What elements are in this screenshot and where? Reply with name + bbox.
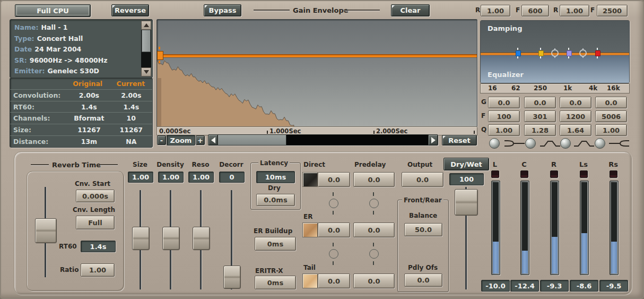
latency-value-field[interactable]: 10ms [256,171,295,183]
eq-freq-3[interactable]: 1200 [560,110,591,122]
eq-band3-led-button[interactable] [560,138,571,149]
decorr-value[interactable]: 0 [219,172,245,183]
eq-gain-1[interactable]: 0.0 [488,97,520,108]
eq-band-marker-6[interactable] [595,48,599,58]
eq-freq-1[interactable]: 100 [488,110,520,122]
gain-envelope-line[interactable] [157,54,477,57]
row-original: 2.00s [68,91,110,99]
meter-rs-clip-indicator[interactable] [610,170,617,178]
row-label: Distance: [10,138,68,146]
eq-gain-2[interactable]: 0.0 [524,97,556,108]
env-r2-field[interactable]: 1.00 [560,5,589,16]
er-tail-knob[interactable] [329,243,337,265]
eq-band4-led-button[interactable] [595,138,605,149]
wave-scroll-left-button[interactable] [208,134,218,146]
reset-label: Reset [448,136,471,144]
er-waveform-icon[interactable] [302,223,318,237]
pdly-ofs-field[interactable]: 0.0 [404,274,442,287]
dry-wet-value[interactable]: 100 [449,173,484,185]
reso-value[interactable]: 1.00 [188,172,214,183]
info-sr-label: SR: [14,56,27,64]
info-scrollbar[interactable] [141,21,151,76]
output-field[interactable]: 0.0 [402,172,443,187]
wave-scrollbar-thumb[interactable] [218,135,286,145]
eq-band-marker-3-bypassed[interactable] [551,49,559,57]
meter-c-clip-indicator[interactable] [520,170,528,178]
size-slider-handle[interactable] [132,227,150,250]
eq-freq-2[interactable]: 301 [524,110,556,122]
eq-band-marker-1[interactable] [516,48,520,58]
direct-er-knob[interactable] [329,192,337,215]
eq-gain-4[interactable]: 0.0 [595,97,627,108]
eq-freq-4[interactable]: 5006 [595,110,627,122]
meter-rs [610,181,619,275]
rt60-field[interactable]: 1.4s [81,241,116,252]
env-f1-field[interactable]: 600 [521,5,549,16]
predelay-knob-1[interactable] [369,192,378,215]
wave-scrollbar-track[interactable] [217,134,429,146]
gain-envelope-dash-left [254,10,290,11]
latency-dry-field[interactable]: 0.0ms [256,194,295,206]
wave-scroll-right-button[interactable] [428,134,438,146]
er-predelay-field[interactable]: 0.0 [353,223,395,237]
ratio-field[interactable]: 1.00 [81,263,115,277]
meter-r-clip-indicator[interactable] [550,170,558,178]
table-row: Channels: Bformat 10 [10,112,152,124]
reverb-time-slider-handle[interactable] [35,218,57,243]
eq-band-marker-2[interactable] [538,48,543,58]
info-row: Type: Concert Hall [14,33,137,43]
gain-envelope-handle[interactable] [157,51,163,60]
reset-button[interactable]: Reset [442,135,477,146]
bypass-button[interactable]: Bypass [204,4,241,16]
size-value[interactable]: 1.00 [128,172,153,183]
eq-q-4[interactable]: 1.00 [595,124,627,136]
zoom-in-button[interactable]: + [196,135,205,145]
zoom-label-badge: Zoom [167,135,195,146]
clear-button[interactable]: Clear [391,4,430,16]
bypass-label: Bypass [209,6,237,14]
eq-q-3[interactable]: 1.64 [560,124,591,136]
reverse-button[interactable]: Reverse [111,4,149,16]
tail-predelay-field[interactable]: 0.0 [353,274,395,288]
env-r1-field[interactable]: 1.00 [481,5,510,16]
zoom-label: Zoom [170,136,192,144]
cnv-start-field[interactable]: 0.000s [76,190,115,202]
density-value[interactable]: 1.00 [158,172,184,183]
reso-label: Reso [185,161,216,168]
tail-gain-field[interactable]: 0.0 [318,274,350,288]
direct-gain-field[interactable]: 0.0 [318,172,350,187]
eq-band2-led-button[interactable] [525,138,536,149]
eq-band1-led-button[interactable] [489,138,500,149]
scroll-down-button[interactable] [141,67,151,76]
waveform-display[interactable] [156,19,477,127]
row-original: Bformat [68,114,110,122]
eq-q-2[interactable]: 1.28 [524,124,556,136]
decorr-slider-handle[interactable] [223,266,241,289]
eq-q-1[interactable]: 1.00 [488,124,520,136]
direct-predelay-field[interactable]: 0.0 [353,172,395,187]
dry-wet-slider-handle[interactable] [455,189,478,216]
eq-band-marker-5-bypassed[interactable] [579,49,587,57]
er-gain-field[interactable]: 0.0 [318,223,350,237]
predelay-knob-2[interactable] [369,243,378,265]
env-f2-field[interactable]: 2500 [597,5,628,16]
direct-waveform-icon[interactable] [302,172,318,187]
zoom-out-button[interactable]: - [157,135,166,145]
scroll-thumb[interactable] [142,30,151,52]
meter-l-clip-indicator[interactable] [491,170,499,178]
eq-gain-3[interactable]: 0.0 [560,97,591,108]
eritr-x-field[interactable]: 0ms [255,276,296,289]
damping-eq-graph[interactable]: Damping Equalizer [480,20,630,83]
cnv-length-field[interactable]: Full [76,216,115,229]
eq-band-marker-4[interactable] [567,48,571,58]
high-shelf-filter-icon [608,139,630,148]
meter-r-label: R [538,160,570,168]
scroll-up-button[interactable] [141,21,151,30]
meter-ls-clip-indicator[interactable] [580,170,588,178]
density-slider-handle[interactable] [162,227,180,250]
full-cpu-button[interactable]: Full CPU [15,4,91,17]
tail-waveform-icon[interactable] [302,274,318,288]
balance-field[interactable]: 50.0 [404,223,442,236]
er-buildup-field[interactable]: 0ms [255,237,296,251]
reso-slider-handle[interactable] [193,227,210,250]
